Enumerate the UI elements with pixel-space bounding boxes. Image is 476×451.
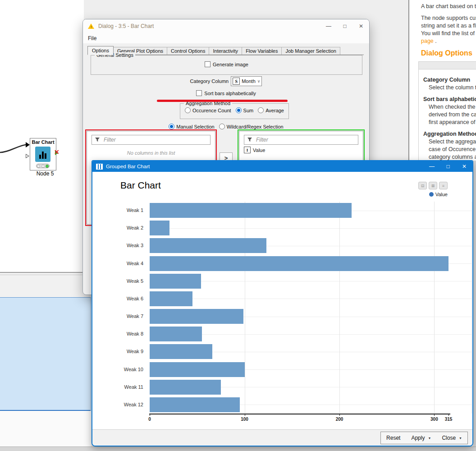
dialog-maximize-button[interactable]: □	[337, 19, 353, 33]
close-dropdown-caret: ▼	[459, 437, 462, 440]
doc-section-line: derived from the categ	[423, 111, 476, 119]
aggregation-option-sum[interactable]: Sum	[236, 107, 254, 113]
generate-image-label: Generate image	[213, 62, 248, 67]
traffic-red	[37, 165, 40, 168]
dialog-title: Dialog - 3:5 - Bar Chart	[98, 23, 320, 29]
chevron-down-icon: ∨	[257, 79, 261, 83]
x-tick-label-315: 315	[445, 417, 453, 422]
menu-icon[interactable]: ≡	[439, 182, 448, 189]
exclude-filter-input[interactable]	[92, 135, 211, 145]
traffic-green	[46, 165, 49, 168]
legend-item-value[interactable]: Value	[429, 192, 448, 197]
sort-bars-label: Sort bars alphabetically	[204, 91, 256, 96]
doc-intro: A bar chart based on the N	[421, 3, 476, 10]
doc-section-line: Select the aggregation	[423, 138, 476, 146]
sort-bars-checkbox[interactable]	[196, 90, 202, 96]
radio-icon	[258, 107, 264, 113]
tab-options[interactable]: Options	[87, 46, 114, 55]
selection-mode-manual-selection[interactable]: Manual Selection	[169, 124, 214, 129]
node-title: Bar Chart	[30, 139, 56, 145]
doc-section-line: first appearance of the	[423, 119, 476, 126]
bar-weak-1[interactable]	[150, 203, 352, 218]
category-label-weak-12: Weak 12	[101, 402, 143, 407]
category-column-select[interactable]: S Month ∨	[231, 76, 262, 86]
bar-weak-8[interactable]	[150, 327, 202, 341]
category-label-weak-5: Weak 5	[101, 278, 143, 284]
x-tick-label-100: 100	[241, 417, 248, 422]
apply-button[interactable]: Apply▼	[406, 432, 436, 444]
doc-section-line: When checked the ba	[423, 103, 476, 111]
radio-label: Occurence Count	[192, 108, 231, 113]
close-button[interactable]: Close▼	[436, 432, 467, 444]
bar-weak-6[interactable]	[150, 291, 192, 306]
chart-close-button[interactable]: ✕	[456, 161, 472, 172]
x-tick-mark	[150, 414, 150, 416]
input-port-optional-icon[interactable]	[26, 154, 29, 158]
bar-weak-10[interactable]	[150, 362, 245, 377]
reset-button[interactable]: Reset	[381, 432, 406, 444]
bar-weak-7[interactable]	[150, 309, 243, 324]
dialog-titlebar[interactable]: ! Dialog - 3:5 - Bar Chart — □ ✕	[83, 19, 369, 33]
node-selection-box[interactable]: Bar Chart	[30, 138, 56, 170]
tab-flow-variables[interactable]: Flow Variables	[242, 47, 282, 55]
bar-weak-3[interactable]	[150, 238, 266, 253]
menu-file[interactable]: File	[85, 35, 100, 41]
dialog-close-button[interactable]: ✕	[353, 19, 369, 33]
output-port-warning-icon[interactable]: ✕	[54, 150, 60, 156]
chart-maximize-button[interactable]: □	[440, 161, 456, 172]
generate-image-checkbox[interactable]	[205, 61, 211, 67]
chart-control-buttons: ⊟ ⊠ ≡	[418, 182, 448, 189]
dialog-minimize-button[interactable]: —	[320, 19, 337, 33]
tab-control-options[interactable]: Control Options	[167, 47, 209, 55]
node-name: Node 5	[18, 170, 72, 177]
category-label-weak-3: Weak 3	[101, 243, 143, 248]
include-filter-input[interactable]	[244, 135, 358, 145]
legend-dot	[429, 192, 434, 197]
category-label-weak-2: Weak 2	[101, 225, 143, 230]
category-column-value: Month	[242, 78, 256, 84]
x-tick-mark	[449, 414, 449, 416]
gridline-x-200	[339, 202, 340, 414]
aggregation-option-occurence-count[interactable]: Occurence Count	[185, 107, 231, 113]
node-traffic-light	[36, 164, 50, 168]
knime-node-bar-chart[interactable]: Bar Chart ✕ Node 5	[18, 135, 72, 180]
aggregation-option-average[interactable]: Average	[258, 107, 284, 113]
doc-section-line: category columns are	[423, 153, 476, 161]
doc-table-header	[419, 62, 476, 69]
collapse-panel-icon[interactable]: ⊟	[418, 182, 427, 189]
x-tick-mark	[339, 414, 340, 416]
bar-weak-5[interactable]	[150, 274, 201, 289]
doc-section-title-category-column: Category Column	[423, 76, 476, 84]
radio-label: Average	[265, 108, 284, 113]
radio-icon	[219, 124, 225, 129]
selection-mode-wildcard-regex-selection[interactable]: Wildcard/Regex Selection	[219, 124, 284, 129]
bar-weak-11[interactable]	[150, 380, 221, 395]
chart-minimize-button[interactable]: —	[424, 161, 440, 172]
fullscreen-toggle-icon[interactable]: ⊠	[429, 182, 437, 189]
tab-interactivity[interactable]: Interactivity	[209, 47, 242, 55]
doc-options-table: Category ColumnSelect the column thatSor…	[418, 61, 476, 161]
category-label-weak-4: Weak 4	[101, 261, 143, 266]
doc-section-title-sort-bars-alphabetically: Sort bars alphabetically	[423, 96, 476, 103]
column-type-icon-string: S	[233, 78, 240, 85]
background-blue-panel	[0, 297, 91, 411]
background-below-panel	[0, 411, 91, 446]
input-port-icon[interactable]	[26, 142, 30, 147]
chart-window-icon	[96, 164, 103, 170]
bar-weak-12[interactable]	[150, 397, 240, 412]
list-item-value[interactable]: IValue	[244, 147, 358, 153]
bar-weak-4[interactable]	[150, 256, 449, 271]
doc-page-link[interactable]: page	[421, 38, 434, 44]
chart-window-footer: Reset Apply▼ Close▼	[92, 429, 472, 446]
bar-weak-2[interactable]	[150, 221, 169, 235]
plot-right-border	[471, 202, 472, 414]
bar-chart-node-icon[interactable]	[35, 147, 50, 162]
bar-weak-9[interactable]	[150, 344, 212, 359]
radio-icon	[236, 107, 242, 113]
tab-job-manager-selection[interactable]: Job Manager Selection	[281, 47, 340, 55]
x-tick-label-0: 0	[148, 417, 151, 422]
dialog-menubar: File	[83, 33, 369, 43]
radio-label: Sum	[243, 108, 254, 113]
chart-window-titlebar[interactable]: Grouped Bar Chart — □ ✕	[92, 161, 472, 172]
apply-dropdown-caret: ▼	[428, 437, 431, 440]
